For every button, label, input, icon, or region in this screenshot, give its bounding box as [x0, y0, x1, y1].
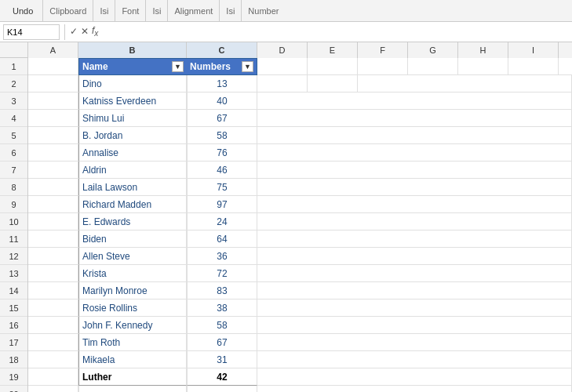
cell-18b[interactable]: Mikaela — [78, 351, 187, 368]
col-header-e[interactable]: E — [308, 42, 358, 58]
cell-2e[interactable] — [308, 75, 358, 93]
cell-18c[interactable]: 31 — [187, 351, 257, 368]
cell-10c[interactable]: 24 — [187, 213, 257, 230]
col-header-g[interactable]: G — [408, 42, 458, 58]
cell-1a[interactable] — [28, 58, 78, 75]
row-num-14[interactable]: 14 — [0, 282, 27, 299]
cell-19c[interactable]: 42 — [187, 368, 257, 386]
cell-7a[interactable] — [28, 162, 78, 179]
cell-19a[interactable] — [28, 368, 78, 386]
cell-19rest[interactable] — [257, 368, 572, 386]
cell-12c[interactable]: 36 — [187, 248, 257, 265]
cell-3b[interactable]: Katniss Everdeen — [78, 93, 187, 110]
cell-5c[interactable]: 58 — [187, 127, 257, 144]
cell-20b[interactable] — [78, 386, 187, 392]
cell-12rest[interactable] — [257, 248, 572, 265]
cell-6rest[interactable] — [257, 144, 572, 162]
cell-12b[interactable]: Allen Steve — [78, 248, 187, 265]
cell-8a[interactable] — [28, 179, 78, 196]
cell-18rest[interactable] — [257, 351, 572, 368]
col-header-f[interactable]: F — [358, 42, 408, 58]
cell-15b[interactable]: Rosie Rollins — [78, 299, 187, 317]
cell-14b[interactable]: Marilyn Monroe — [78, 282, 187, 299]
cell-16rest[interactable] — [257, 317, 572, 334]
cell-9c[interactable]: 97 — [187, 196, 257, 213]
cell-5a[interactable] — [28, 127, 78, 144]
row-num-10[interactable]: 10 — [0, 213, 27, 230]
formula-input[interactable] — [101, 24, 569, 40]
cell-20a[interactable] — [28, 386, 78, 392]
cell-11c[interactable]: 64 — [187, 230, 257, 248]
cell-14c[interactable]: 83 — [187, 282, 257, 299]
cell-reference-box[interactable]: K14 — [3, 24, 60, 40]
cell-13b[interactable]: Krista — [78, 265, 187, 282]
cell-1f[interactable] — [358, 58, 408, 75]
cell-14rest[interactable] — [257, 282, 572, 299]
cell-20c[interactable] — [187, 386, 257, 392]
row-num-16[interactable]: 16 — [0, 317, 27, 334]
cell-19b[interactable]: Luther — [78, 368, 187, 386]
cell-2a[interactable] — [28, 75, 78, 93]
cell-11b[interactable]: Biden — [78, 230, 187, 248]
cancel-icon[interactable]: ✕ — [81, 26, 89, 37]
row-num-12[interactable]: 12 — [0, 248, 27, 265]
cell-20rest[interactable] — [257, 386, 572, 392]
cell-12a[interactable] — [28, 248, 78, 265]
cell-1j[interactable] — [559, 58, 572, 75]
row-num-4[interactable]: 4 — [0, 110, 27, 127]
cell-11a[interactable] — [28, 230, 78, 248]
cell-17a[interactable] — [28, 334, 78, 351]
cell-14a[interactable] — [28, 282, 78, 299]
cell-1c[interactable]: Numbers ▼ — [187, 58, 257, 75]
cell-6b[interactable]: Annalise — [78, 144, 187, 162]
filter-icon-name[interactable]: ▼ — [172, 61, 184, 72]
cell-3rest[interactable] — [257, 93, 572, 110]
cell-16c[interactable]: 58 — [187, 317, 257, 334]
cell-7rest[interactable] — [257, 162, 572, 179]
cell-4b[interactable]: Shimu Lui — [78, 110, 187, 127]
cell-1e[interactable] — [308, 58, 358, 75]
cell-4rest[interactable] — [257, 110, 572, 127]
row-num-20[interactable]: 20 — [0, 386, 27, 392]
cell-15a[interactable] — [28, 299, 78, 317]
cell-7b[interactable]: Aldrin — [78, 162, 187, 179]
cell-1i[interactable] — [508, 58, 559, 75]
row-num-17[interactable]: 17 — [0, 334, 27, 351]
row-num-7[interactable]: 7 — [0, 162, 27, 179]
cell-2c[interactable]: 13 — [187, 75, 257, 93]
checkmark-icon[interactable]: ✓ — [70, 26, 78, 37]
cell-15rest[interactable] — [257, 299, 572, 317]
cell-2rest[interactable] — [358, 75, 572, 93]
cell-9rest[interactable] — [257, 196, 572, 213]
row-num-8[interactable]: 8 — [0, 179, 27, 196]
cell-4a[interactable] — [28, 110, 78, 127]
cell-3c[interactable]: 40 — [187, 93, 257, 110]
function-icon[interactable]: fx — [92, 25, 98, 38]
cell-5b[interactable]: B. Jordan — [78, 127, 187, 144]
col-header-h[interactable]: H — [458, 42, 508, 58]
cell-16b[interactable]: John F. Kennedy — [78, 317, 187, 334]
undo-button[interactable]: Undo — [9, 5, 36, 16]
cell-18a[interactable] — [28, 351, 78, 368]
cell-10a[interactable] — [28, 213, 78, 230]
filter-icon-numbers[interactable]: ▼ — [242, 61, 253, 72]
cell-6c[interactable]: 76 — [187, 144, 257, 162]
row-num-1[interactable]: 1 — [0, 58, 27, 75]
cell-1b[interactable]: Name ▼ — [78, 58, 187, 75]
cell-2b[interactable]: Dino — [78, 75, 187, 93]
row-num-13[interactable]: 13 — [0, 265, 27, 282]
row-num-3[interactable]: 3 — [0, 93, 27, 110]
row-num-6[interactable]: 6 — [0, 144, 27, 162]
col-header-d[interactable]: D — [257, 42, 308, 58]
row-num-19[interactable]: 19 — [0, 368, 27, 386]
cell-8c[interactable]: 75 — [187, 179, 257, 196]
cell-1g[interactable] — [408, 58, 458, 75]
row-num-18[interactable]: 18 — [0, 351, 27, 368]
cell-10b[interactable]: E. Edwards — [78, 213, 187, 230]
row-num-2[interactable]: 2 — [0, 75, 27, 93]
cell-16a[interactable] — [28, 317, 78, 334]
cell-13rest[interactable] — [257, 265, 572, 282]
cell-17b[interactable]: Tim Roth — [78, 334, 187, 351]
cell-11rest[interactable] — [257, 230, 572, 248]
cell-3a[interactable] — [28, 93, 78, 110]
